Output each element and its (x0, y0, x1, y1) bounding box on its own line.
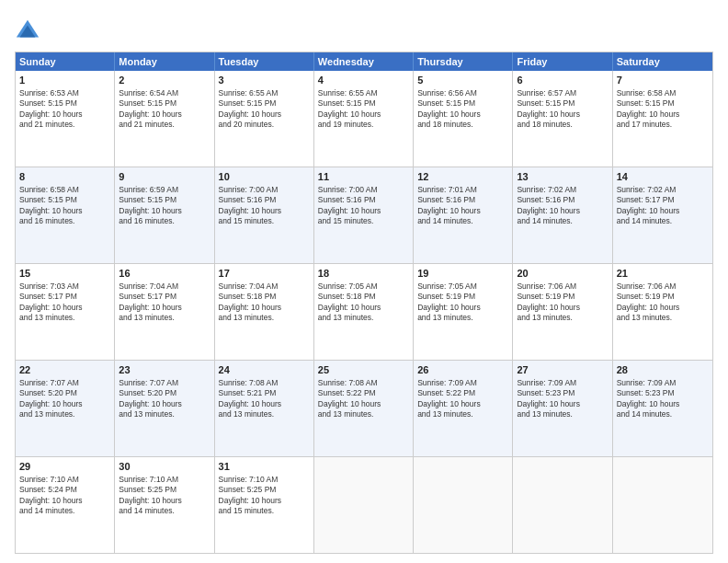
cell-line: and 14 minutes. (617, 216, 709, 226)
day-cell-6: 6Sunrise: 6:57 AMSunset: 5:15 PMDaylight… (513, 71, 612, 167)
day-cell-2: 2Sunrise: 6:54 AMSunset: 5:15 PMDaylight… (115, 71, 214, 167)
cell-line: and 19 minutes. (318, 120, 409, 130)
cell-line: Sunset: 5:21 PM (219, 388, 310, 398)
cell-line: Daylight: 10 hours (19, 496, 110, 506)
cell-line: Sunset: 5:23 PM (617, 388, 709, 398)
cell-line: Sunrise: 7:07 AM (119, 378, 210, 388)
cell-line: Sunset: 5:15 PM (19, 195, 110, 205)
day-cell-18: 18Sunrise: 7:05 AMSunset: 5:18 PMDayligh… (314, 264, 414, 360)
cell-line: Sunset: 5:15 PM (517, 98, 608, 109)
cell-line: Daylight: 10 hours (517, 303, 608, 313)
cell-line: Sunset: 5:19 PM (417, 292, 508, 302)
day-number: 20 (517, 267, 608, 281)
cell-line: Daylight: 10 hours (219, 399, 310, 409)
cell-line: Sunrise: 7:09 AM (617, 378, 709, 388)
cell-line: Sunset: 5:17 PM (19, 292, 110, 302)
cell-line: and 13 minutes. (219, 409, 310, 419)
cell-line: Sunrise: 6:55 AM (219, 88, 310, 98)
cell-line: Daylight: 10 hours (318, 399, 409, 409)
day-number: 9 (119, 170, 210, 184)
cell-line: Daylight: 10 hours (417, 303, 508, 313)
day-number: 5 (417, 74, 508, 87)
header (15, 15, 713, 44)
cell-line: Sunset: 5:19 PM (517, 292, 608, 302)
cell-line: Sunrise: 7:08 AM (318, 378, 409, 388)
cell-line: Daylight: 10 hours (219, 303, 310, 313)
day-cell-7: 7Sunrise: 6:58 AMSunset: 5:15 PMDaylight… (613, 71, 712, 167)
cell-line: Sunrise: 7:02 AM (517, 185, 608, 195)
day-cell-21: 21Sunrise: 7:06 AMSunset: 5:19 PMDayligh… (613, 264, 712, 360)
cell-line: and 18 minutes. (517, 120, 608, 130)
empty-cell (314, 457, 414, 553)
cell-line: Daylight: 10 hours (119, 206, 210, 216)
cell-line: Daylight: 10 hours (318, 109, 409, 120)
cell-line: Daylight: 10 hours (19, 303, 110, 313)
day-number: 15 (19, 267, 110, 281)
cell-line: Sunrise: 7:00 AM (219, 185, 310, 195)
day-number: 11 (318, 170, 409, 184)
cell-line: and 14 minutes. (119, 506, 210, 516)
cell-line: Sunset: 5:25 PM (219, 485, 310, 495)
day-number: 16 (119, 267, 210, 281)
day-cell-12: 12Sunrise: 7:01 AMSunset: 5:16 PMDayligh… (414, 167, 513, 263)
day-number: 27 (517, 363, 608, 377)
calendar-body: 1Sunrise: 6:53 AMSunset: 5:15 PMDaylight… (16, 71, 712, 553)
day-cell-24: 24Sunrise: 7:08 AMSunset: 5:21 PMDayligh… (215, 361, 314, 456)
cell-line: and 13 minutes. (417, 313, 508, 323)
cell-line: Daylight: 10 hours (19, 206, 110, 216)
cell-line: Daylight: 10 hours (417, 109, 508, 120)
cell-line: Daylight: 10 hours (119, 109, 210, 120)
cell-line: Sunrise: 6:53 AM (19, 88, 110, 98)
cell-line: Daylight: 10 hours (417, 399, 508, 409)
empty-cell (613, 457, 712, 553)
cell-line: and 18 minutes. (417, 120, 508, 130)
cell-line: and 13 minutes. (119, 409, 210, 419)
day-cell-25: 25Sunrise: 7:08 AMSunset: 5:22 PMDayligh… (314, 361, 414, 456)
cell-line: Daylight: 10 hours (119, 496, 210, 506)
cell-line: Sunset: 5:18 PM (219, 292, 310, 302)
cell-line: Sunset: 5:20 PM (119, 388, 210, 398)
day-cell-1: 1Sunrise: 6:53 AMSunset: 5:15 PMDaylight… (16, 71, 115, 167)
cell-line: Sunset: 5:22 PM (417, 388, 508, 398)
logo-icon (15, 18, 40, 44)
cell-line: Sunrise: 7:06 AM (517, 282, 608, 292)
cell-line: Sunset: 5:24 PM (19, 485, 110, 495)
day-cell-8: 8Sunrise: 6:58 AMSunset: 5:15 PMDaylight… (16, 167, 115, 263)
day-cell-3: 3Sunrise: 6:55 AMSunset: 5:15 PMDaylight… (215, 71, 314, 167)
day-number: 13 (517, 170, 608, 184)
cell-line: Sunset: 5:23 PM (517, 388, 608, 398)
day-cell-4: 4Sunrise: 6:55 AMSunset: 5:15 PMDaylight… (314, 71, 414, 167)
cell-line: Sunrise: 7:10 AM (19, 475, 110, 485)
day-number: 10 (219, 170, 310, 184)
cell-line: Daylight: 10 hours (517, 109, 608, 120)
cell-line: Sunrise: 7:04 AM (119, 282, 210, 292)
cell-line: Sunrise: 6:59 AM (119, 185, 210, 195)
cell-line: Daylight: 10 hours (119, 399, 210, 409)
day-number: 1 (19, 74, 110, 87)
cell-line: Sunrise: 6:57 AM (517, 88, 608, 98)
cell-line: Sunrise: 7:10 AM (119, 475, 210, 485)
day-number: 31 (219, 460, 310, 474)
day-number: 7 (617, 74, 709, 87)
cell-line: Daylight: 10 hours (119, 303, 210, 313)
page: SundayMondayTuesdayWednesdayThursdayFrid… (0, 0, 728, 563)
day-cell-20: 20Sunrise: 7:06 AMSunset: 5:19 PMDayligh… (513, 264, 612, 360)
cell-line: Sunrise: 6:58 AM (617, 88, 709, 98)
cell-line: and 15 minutes. (318, 216, 409, 226)
cell-line: Sunrise: 7:08 AM (219, 378, 310, 388)
day-cell-11: 11Sunrise: 7:00 AMSunset: 5:16 PMDayligh… (314, 167, 414, 263)
cell-line: Sunrise: 7:02 AM (617, 185, 709, 195)
cell-line: Daylight: 10 hours (219, 206, 310, 216)
cell-line: Sunset: 5:16 PM (318, 195, 409, 205)
cell-line: Daylight: 10 hours (517, 399, 608, 409)
day-number: 29 (19, 460, 110, 474)
cell-line: and 13 minutes. (119, 313, 210, 323)
cell-line: Sunrise: 7:04 AM (219, 282, 310, 292)
cell-line: and 14 minutes. (517, 216, 608, 226)
calendar-row-3: 15Sunrise: 7:03 AMSunset: 5:17 PMDayligh… (16, 264, 712, 361)
empty-cell (414, 457, 513, 553)
cell-line: Daylight: 10 hours (219, 109, 310, 120)
day-number: 14 (617, 170, 709, 184)
cell-line: Sunset: 5:17 PM (119, 292, 210, 302)
header-day-tuesday: Tuesday (215, 52, 314, 71)
